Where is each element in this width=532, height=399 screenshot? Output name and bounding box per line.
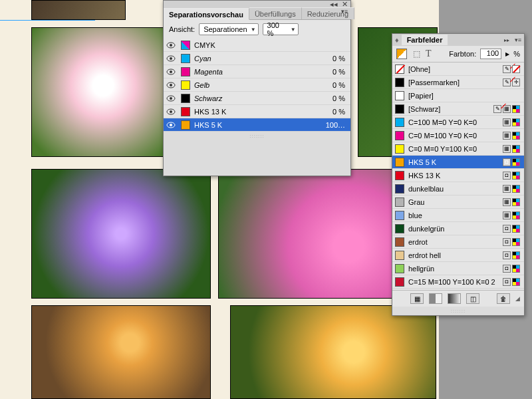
stepper-icon[interactable]: ▶ <box>505 51 509 57</box>
ink-value: 0 % <box>315 81 345 89</box>
visibility-eye-icon[interactable] <box>166 82 177 88</box>
ink-name: CMYK <box>194 41 311 49</box>
show-all-swatches-button[interactable]: ▦ <box>410 293 424 304</box>
resize-grip[interactable]: ::::::: <box>392 307 524 315</box>
swatch-color-icon <box>395 277 404 287</box>
swatch-row[interactable]: [Schwarz]✎▦ <box>392 102 524 116</box>
ink-swatch-icon <box>181 80 190 90</box>
ink-swatch-icon <box>181 107 190 116</box>
separation-row[interactable]: Gelb0 % <box>164 78 350 92</box>
swatch-color-icon <box>395 237 404 247</box>
swatch-row[interactable]: erdrot hell◘ <box>392 249 524 262</box>
text-formatting-icon[interactable]: T <box>426 49 432 59</box>
object-formatting-icon[interactable]: ⬚ <box>411 49 422 59</box>
resize-grip-icon[interactable]: ◢ <box>515 295 520 302</box>
visibility-eye-icon[interactable] <box>166 55 177 62</box>
swatch-type-icons: ◘ <box>503 251 520 259</box>
swatch-row[interactable]: hellgrün◘ <box>392 262 524 275</box>
new-swatch-button[interactable]: ◫ <box>466 293 479 304</box>
swatch-color-icon <box>395 118 404 127</box>
visibility-eye-icon[interactable] <box>166 122 177 128</box>
close-icon[interactable]: ✕ <box>341 1 348 7</box>
fill-stroke-proxy-icon[interactable] <box>396 49 407 59</box>
ink-value: 0 % <box>315 108 345 116</box>
swatch-name: erdrot <box>408 238 499 246</box>
swatch-row[interactable]: dunkelgrün◘ <box>392 222 524 235</box>
svg-point-13 <box>170 124 172 126</box>
tint-input[interactable]: 100 <box>480 49 501 59</box>
swatch-row[interactable]: dunkelblau▦ <box>392 182 524 196</box>
swatch-row[interactable]: C=0 M=0 Y=100 K=0▦ <box>392 142 524 156</box>
swatch-row[interactable]: blue▦ <box>392 209 524 222</box>
swatch-row[interactable]: [Ohne]✎ <box>392 63 524 76</box>
swatch-type-icons: ✎▦ <box>493 105 520 113</box>
ink-name: Cyan <box>194 55 311 63</box>
delete-swatch-button[interactable]: 🗑 <box>497 293 510 304</box>
visibility-eye-icon[interactable] <box>166 68 177 75</box>
separation-row[interactable]: Schwarz0 % <box>164 92 350 105</box>
swatch-name: [Papier] <box>408 92 516 100</box>
cmyk-mode-icon <box>512 105 520 113</box>
panel-titlebar[interactable]: ◂◂ ✕ <box>164 1 350 7</box>
cmyk-mode-icon <box>512 238 520 246</box>
swatch-row[interactable]: [Passermarken]✎✛ <box>392 76 524 89</box>
ink-swatch-icon <box>181 94 190 103</box>
ink-value: 100… <box>315 121 345 129</box>
cmyk-mode-icon <box>512 265 520 273</box>
flyout-menu-icon[interactable]: ▾≡ <box>515 37 521 43</box>
swatch-row[interactable]: erdrot◘ <box>392 235 524 249</box>
separation-row[interactable]: Magenta0 % <box>164 65 350 78</box>
swatches-list: [Ohne]✎[Passermarken]✎✛[Papier][Schwarz]… <box>392 63 524 290</box>
separation-row[interactable]: HKS 5 K100… <box>164 118 350 132</box>
swatch-row[interactable]: [Papier] <box>392 89 524 102</box>
zoom-dropdown[interactable]: 300 % ▼ <box>263 23 299 35</box>
svg-point-1 <box>170 44 172 47</box>
swatch-row[interactable]: C=0 M=100 Y=0 K=0▦ <box>392 129 524 142</box>
collapse-icon[interactable]: ▸▸ <box>504 37 509 43</box>
swatch-name: C=100 M=0 Y=0 K=0 <box>408 118 499 126</box>
placed-image[interactable] <box>31 305 211 399</box>
view-dropdown[interactable]: Separationen ▼ <box>199 23 258 35</box>
swatch-color-icon <box>395 91 404 100</box>
process-color-icon: ▦ <box>503 118 511 126</box>
cmyk-mode-icon <box>512 145 520 153</box>
swatch-color-icon <box>395 65 404 74</box>
swatch-row[interactable]: HKS 13 K◘ <box>392 169 524 182</box>
swatch-type-icons: ▦ <box>503 185 520 193</box>
placed-image[interactable] <box>230 305 436 399</box>
resize-grip[interactable]: ::::::: <box>164 132 350 140</box>
swatch-row[interactable]: HKS 5 K◘ <box>392 156 524 169</box>
svg-point-9 <box>170 97 172 100</box>
swatch-color-icon <box>395 131 404 140</box>
separation-row[interactable]: Cyan0 % <box>164 52 350 65</box>
flyout-menu-icon[interactable]: ▾≡ <box>340 8 348 15</box>
minimize-icon[interactable]: ◂◂ <box>331 1 337 7</box>
swatch-row[interactable]: C=100 M=0 Y=0 K=0▦ <box>392 116 524 129</box>
tab-separations[interactable]: Separationsvorschau <box>164 8 249 20</box>
placed-image[interactable] <box>31 169 211 299</box>
ink-swatch-icon <box>181 41 190 50</box>
swatch-name: C=15 M=100 Y=100 K=0 2 <box>408 278 499 286</box>
separation-row[interactable]: CMYK <box>164 39 350 52</box>
separation-row[interactable]: HKS 13 K0 % <box>164 105 350 118</box>
show-gradient-swatches-button[interactable] <box>448 293 461 304</box>
swatch-name: [Schwarz] <box>408 105 489 113</box>
swatch-color-icon <box>395 171 404 180</box>
show-color-swatches-button[interactable] <box>429 293 442 304</box>
tab-trap[interactable]: Überfüllungs <box>249 7 302 19</box>
tab-swatches[interactable]: Farbfelder <box>402 35 448 45</box>
swatch-row[interactable]: C=15 M=100 Y=100 K=0 2◘ <box>392 275 524 289</box>
separations-preview-panel: ◂◂ ✕ Separationsvorschau Überfüllungs Re… <box>163 0 351 176</box>
ink-name: Schwarz <box>194 94 311 102</box>
zoom-value: 300 % <box>267 21 287 37</box>
expand-icon[interactable]: ♦ <box>395 36 399 44</box>
visibility-eye-icon[interactable] <box>166 108 177 115</box>
chevron-down-icon: ▼ <box>251 27 256 33</box>
swatch-row[interactable]: Grau▦ <box>392 196 524 209</box>
svg-point-11 <box>170 110 172 113</box>
ink-name: HKS 13 K <box>194 108 311 116</box>
cmyk-mode-icon <box>512 198 520 206</box>
visibility-eye-icon[interactable] <box>166 95 177 102</box>
visibility-eye-icon[interactable] <box>166 42 177 49</box>
placed-image[interactable] <box>31 0 126 20</box>
